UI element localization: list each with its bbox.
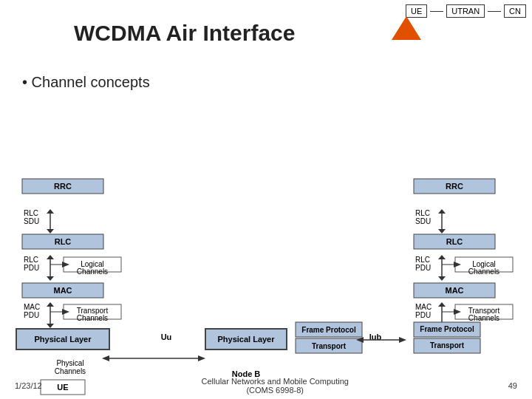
nodeb-frame-protocol-label: Frame Protocol: [301, 326, 356, 334]
ue-physical-channels-label: Physical: [56, 359, 83, 367]
svg-marker-6: [47, 255, 54, 259]
ue-mac-pdu-label: MAC: [24, 303, 40, 311]
line1: [430, 11, 443, 12]
ue-mac-pdu-label2: PDU: [24, 311, 39, 319]
footer-line1: Cellular Networks and Mobile Computing: [202, 377, 349, 386]
rnc-transport-label: Transport: [430, 341, 465, 349]
ue-mac-label: MAC: [53, 286, 72, 295]
ue-rlc-label: RLC: [55, 237, 72, 246]
rnc-mac-pdu-label: MAC: [415, 303, 432, 311]
nodeb-physical-layer-label: Physical Layer: [217, 335, 275, 344]
ue-rlc-pdu-label: RLC: [24, 256, 38, 264]
bullet-channel-concepts: • Channel concepts: [22, 74, 150, 91]
arrow-up-icon: [392, 16, 421, 40]
svg-marker-31: [438, 209, 446, 214]
footer: 1/23/12 Cellular Networks and Mobile Com…: [0, 377, 532, 395]
rnc-rlc-label: RLC: [446, 237, 463, 246]
svg-marker-21: [102, 355, 109, 361]
rnc-frame-protocol-label: Frame Protocol: [420, 325, 474, 333]
svg-marker-2: [47, 209, 54, 214]
utran-box: UTRAN: [446, 4, 485, 18]
nodeb-transport-label: Transport: [312, 342, 347, 350]
ue-rlc-sdu-label2: SDU: [24, 217, 39, 225]
ue-transport-channels-label2: Channels: [77, 314, 108, 322]
rnc-rlc-pdu-label2: PDU: [415, 264, 431, 272]
ue-rlc-pdu-label2: PDU: [24, 264, 39, 272]
line2: [488, 11, 501, 12]
top-bar: UE UTRAN CN: [406, 4, 526, 18]
footer-date: 1/23/12: [15, 381, 42, 390]
rnc-rlc-sdu-label: RLC: [415, 209, 430, 217]
rnc-mac-label: MAC: [445, 286, 463, 295]
main-diagram: RRC RLC SDU RLC RLC PDU Logical Channels…: [0, 115, 532, 399]
svg-marker-42: [438, 302, 446, 307]
svg-marker-7: [47, 276, 54, 281]
svg-marker-28: [399, 337, 406, 343]
page-title: WCDMA Air Interface: [74, 21, 295, 46]
footer-page-number: 49: [508, 381, 517, 390]
ue-rlc-sdu-label: RLC: [24, 209, 38, 217]
ue-physical-layer-label: Physical Layer: [34, 335, 92, 344]
rnc-transport-channels-label2: Channels: [468, 314, 499, 322]
svg-marker-22: [198, 355, 205, 361]
svg-marker-35: [438, 255, 446, 259]
rnc-rlc-sdu-label2: SDU: [415, 217, 431, 225]
ue-physical-channels-label2: Channels: [55, 367, 86, 375]
rnc-rlc-pdu-label: RLC: [415, 256, 430, 264]
footer-line2: (COMS 6998-8): [202, 386, 349, 395]
rnc-mac-pdu-label2: PDU: [415, 311, 431, 319]
svg-marker-36: [438, 276, 446, 281]
rnc-rrc-label: RRC: [446, 182, 463, 191]
uu-label: Uu: [161, 332, 172, 341]
ue-rrc-label: RRC: [54, 182, 72, 191]
svg-marker-32: [438, 229, 446, 233]
svg-marker-13: [47, 302, 54, 307]
rnc-logical-channels-label2: Channels: [468, 267, 499, 276]
cn-box: CN: [504, 4, 526, 18]
ue-logical-channels-label2: Channels: [77, 267, 108, 276]
footer-center: Cellular Networks and Mobile Computing (…: [202, 377, 349, 395]
svg-marker-14: [47, 324, 54, 328]
svg-marker-3: [47, 229, 54, 233]
